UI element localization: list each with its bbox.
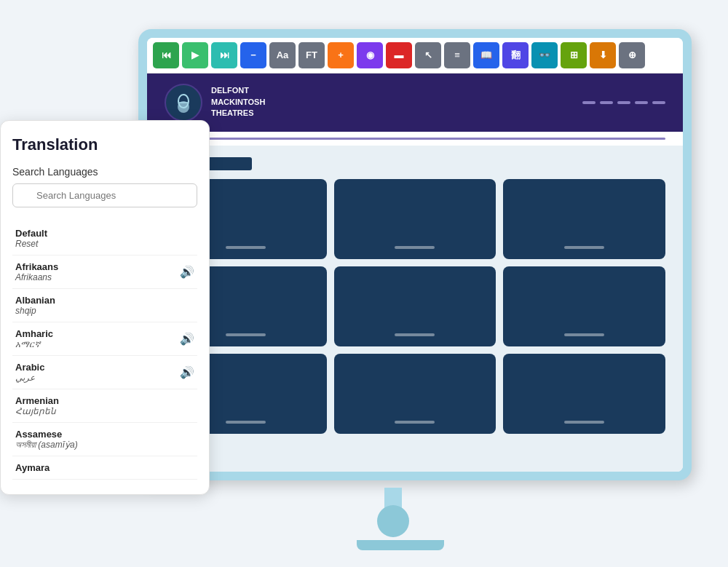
- download-button[interactable]: ⬇: [590, 42, 616, 68]
- stand-base: [357, 540, 444, 550]
- language-item[interactable]: Assameseঅসমীয়া (asamīẏa): [12, 423, 197, 456]
- lang-name: Aymara: [15, 462, 50, 473]
- lang-text: ArmenianՀայերեն: [15, 395, 59, 416]
- font-button[interactable]: Aa: [269, 42, 296, 68]
- language-item[interactable]: DefaultReset: [12, 222, 197, 255]
- card-line: [226, 333, 266, 336]
- content-card[interactable]: [334, 266, 496, 346]
- screen-button[interactable]: ▬: [386, 42, 412, 68]
- header-dot: [582, 101, 596, 104]
- translation-panel: Translation Search Languages 🔍 DefaultRe…: [0, 120, 210, 495]
- toolbar: ⏮▶⏭−AaFT+◉▬↖≡📖翻👓⊞⬇⊕: [147, 38, 683, 74]
- lang-name: Assamese: [15, 429, 78, 440]
- website-area: DELFONT MACKINTOSH THEATRES: [147, 74, 683, 472]
- lang-native: Reset: [15, 239, 47, 249]
- content-card[interactable]: [503, 179, 665, 259]
- monitor-screen: ⏮▶⏭−AaFT+◉▬↖≡📖翻👓⊞⬇⊕: [147, 38, 683, 472]
- lang-native: Afrikaans: [15, 272, 58, 282]
- header-dot: [617, 101, 630, 104]
- lang-text: Arabicعربي: [15, 362, 44, 383]
- header-nav-line: [165, 138, 665, 140]
- card-line: [226, 421, 266, 424]
- search-wrapper: 🔍: [12, 183, 197, 215]
- language-list: DefaultResetAfrikaansAfrikaans🔊Albanians…: [12, 222, 197, 480]
- header-dots: [582, 101, 665, 104]
- book-button[interactable]: 📖: [473, 42, 499, 68]
- table-button[interactable]: ⊞: [561, 42, 587, 68]
- speaker-icon[interactable]: 🔊: [180, 265, 194, 279]
- lang-native: አማርኛ: [15, 339, 53, 349]
- lang-text: Amharicአማርኛ: [15, 328, 53, 349]
- header-dot: [652, 101, 665, 104]
- lang-name: Arabic: [15, 362, 44, 373]
- lang-native: shqip: [15, 306, 55, 316]
- plus-button[interactable]: +: [328, 42, 354, 68]
- zoom-button[interactable]: ⊕: [619, 42, 645, 68]
- monitor-stand: [357, 488, 430, 531]
- stand-circle: [377, 505, 409, 537]
- lang-text: Assameseঅসমীয়া (asamīẏa): [15, 429, 78, 450]
- language-item[interactable]: Albanianshqip: [12, 289, 197, 322]
- language-item[interactable]: ArmenianՀայերեն: [12, 389, 197, 423]
- lang-text: Aymara: [15, 462, 50, 473]
- lang-name: Default: [15, 228, 47, 239]
- ft-button[interactable]: FT: [298, 42, 325, 68]
- content-card[interactable]: [503, 266, 665, 346]
- minus-button[interactable]: −: [240, 42, 266, 68]
- logo-circle: [165, 84, 202, 122]
- search-input[interactable]: [12, 183, 197, 207]
- search-label: Search Languages: [12, 166, 197, 178]
- card-line: [395, 333, 435, 336]
- speaker-icon[interactable]: 🔊: [180, 332, 194, 346]
- lang-native: Հայերեն: [15, 406, 59, 416]
- lang-native: عربي: [15, 373, 44, 383]
- card-line: [564, 421, 604, 424]
- color-wheel-button[interactable]: ◉: [357, 42, 383, 68]
- card-line: [564, 246, 604, 249]
- site-header: DELFONT MACKINTOSH THEATRES: [147, 74, 683, 132]
- logo-text: DELFONT MACKINTOSH THEATRES: [211, 85, 265, 119]
- cursor-button[interactable]: ↖: [415, 42, 441, 68]
- card-line: [564, 333, 604, 336]
- rewind-button[interactable]: ⏮: [153, 42, 179, 68]
- lang-name: Amharic: [15, 328, 53, 339]
- content-card[interactable]: [334, 179, 496, 259]
- card-grid: [165, 179, 665, 434]
- language-item[interactable]: Amharicአማርኛ🔊: [12, 322, 197, 356]
- language-item[interactable]: Aymara: [12, 456, 197, 480]
- translate-button[interactable]: 翻: [502, 42, 529, 68]
- fast-forward-button[interactable]: ⏭: [211, 42, 237, 68]
- lang-text: Albanianshqip: [15, 295, 55, 316]
- language-item[interactable]: Arabicعربي🔊: [12, 356, 197, 389]
- logo-area: DELFONT MACKINTOSH THEATRES: [165, 84, 265, 122]
- lang-name: Albanian: [15, 295, 55, 306]
- monitor: ⏮▶⏭−AaFT+◉▬↖≡📖翻👓⊞⬇⊕: [138, 29, 692, 480]
- lang-name: Afrikaans: [15, 261, 58, 272]
- header-dot: [600, 101, 613, 104]
- site-content: [147, 146, 683, 472]
- lang-name: Armenian: [15, 395, 59, 406]
- content-card[interactable]: [334, 354, 496, 434]
- card-line: [395, 246, 435, 249]
- glasses-button[interactable]: 👓: [531, 42, 558, 68]
- lang-text: AfrikaansAfrikaans: [15, 261, 58, 282]
- lang-text: DefaultReset: [15, 228, 47, 249]
- speaker-icon[interactable]: 🔊: [180, 365, 194, 379]
- play-button[interactable]: ▶: [182, 42, 208, 68]
- lines-button[interactable]: ≡: [444, 42, 470, 68]
- language-item[interactable]: AfrikaansAfrikaans🔊: [12, 255, 197, 289]
- lang-native: অসমীয়া (asamīẏa): [15, 440, 78, 450]
- card-line: [395, 421, 435, 424]
- content-card[interactable]: [503, 354, 665, 434]
- card-line: [226, 246, 266, 249]
- header-dot: [635, 101, 648, 104]
- panel-title: Translation: [12, 135, 197, 154]
